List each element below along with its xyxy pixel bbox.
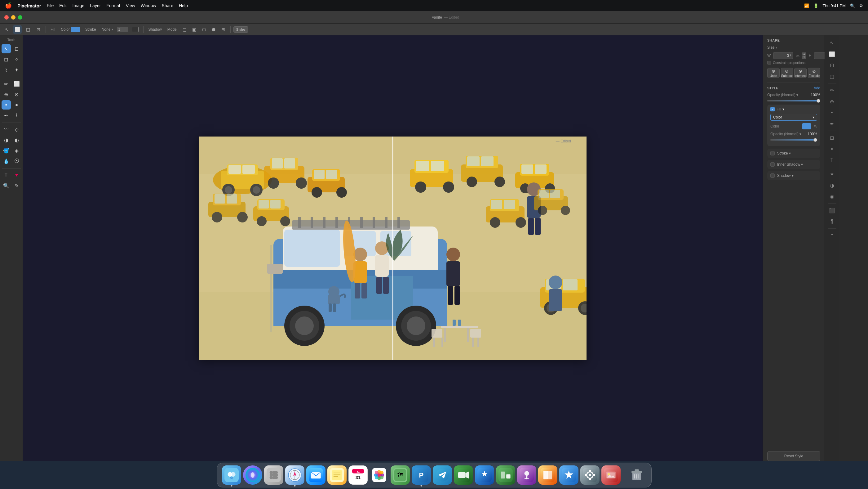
subtract-button[interactable]: ⊖ Subtract: [781, 68, 793, 78]
dock-numbers[interactable]: [496, 465, 515, 485]
tool-heal[interactable]: ⊗: [12, 90, 21, 99]
dock-photos3[interactable]: [601, 465, 621, 485]
tool-heart[interactable]: ♥: [12, 170, 21, 180]
menu-format[interactable]: Format: [106, 3, 120, 8]
dock-facetime[interactable]: [454, 465, 473, 485]
tool-eraser[interactable]: ⬜: [12, 79, 21, 88]
fr-arrange-icon[interactable]: ◱: [827, 71, 837, 81]
menu-layer[interactable]: Layer: [90, 3, 101, 8]
close-button[interactable]: [4, 15, 9, 20]
fr-text-icon[interactable]: T: [827, 155, 837, 165]
fr-shape-icon[interactable]: ▪: [827, 108, 837, 118]
fr-brush-icon[interactable]: ✏: [827, 85, 837, 95]
apple-menu[interactable]: 🍎: [5, 2, 12, 9]
opacity-slider[interactable]: [767, 100, 820, 102]
stroke-color-selector[interactable]: [130, 26, 141, 33]
fr-pen-icon[interactable]: ✒: [827, 119, 837, 129]
size-dropdown-arrow[interactable]: ▾: [776, 46, 777, 49]
fr-eye-icon[interactable]: ◉: [827, 192, 837, 201]
dock-photos[interactable]: [370, 465, 389, 485]
tool-smudge[interactable]: 〰: [2, 125, 11, 134]
fr-retouch-icon[interactable]: ⊕: [827, 96, 837, 107]
fr-effects-icon[interactable]: ✦: [827, 144, 837, 154]
tool-rect-select[interactable]: ◻: [2, 55, 11, 64]
control-center-icon[interactable]: ⚙: [859, 3, 863, 8]
menu-view[interactable]: View: [126, 3, 135, 8]
tool-freeform[interactable]: ⌇: [2, 65, 11, 75]
tool-pen[interactable]: ✒: [2, 111, 11, 120]
width-down[interactable]: ▼: [802, 56, 806, 59]
tool-pointer[interactable]: ↖: [2, 44, 11, 53]
height-input[interactable]: [814, 52, 825, 59]
tool-shape-rect[interactable]: ▪: [2, 100, 11, 110]
fr-crop-icon[interactable]: ⊡: [827, 60, 837, 70]
opacity-slider-thumb[interactable]: [816, 99, 820, 103]
menu-edit[interactable]: Edit: [59, 3, 67, 8]
dock-calendar[interactable]: 3131: [348, 465, 368, 485]
dock-finder[interactable]: ⌘: [222, 465, 241, 485]
maximize-button[interactable]: [18, 15, 22, 20]
tool-clone[interactable]: ⊕: [2, 90, 11, 99]
width-up[interactable]: ▲: [802, 52, 806, 56]
dock-mail[interactable]: [306, 465, 326, 485]
fr-star-icon[interactable]: ✶: [827, 169, 837, 179]
width-stepper[interactable]: ▲ ▼: [802, 52, 806, 59]
fill-opacity-slider[interactable]: [770, 139, 817, 141]
fill-type-dropdown[interactable]: Color ▾: [770, 114, 817, 121]
dock-books[interactable]: [538, 465, 557, 485]
shadow-section[interactable]: Shadow ▾: [767, 171, 820, 180]
tool-shape-circle[interactable]: ●: [12, 100, 21, 110]
stroke-color-box[interactable]: [132, 27, 138, 32]
inner-shadow-checkbox[interactable]: [770, 162, 775, 167]
dock-siri[interactable]: [243, 465, 262, 485]
tool-magic-wand[interactable]: ✦: [12, 65, 21, 75]
tool-zoom[interactable]: 🔍: [2, 181, 11, 190]
shadow-checkbox[interactable]: [770, 173, 775, 178]
styles-button[interactable]: Styles: [234, 26, 248, 33]
toolbar-pixel-icon[interactable]: ⊡: [34, 25, 43, 34]
inner-shadow-section[interactable]: Inner Shadow ▾: [767, 160, 820, 169]
mode-btn-1[interactable]: ▢: [180, 25, 189, 34]
fr-text2-icon[interactable]: ¶: [827, 217, 837, 227]
menu-share[interactable]: Share: [162, 3, 173, 8]
tool-sharpen[interactable]: ◇: [12, 125, 21, 134]
dock-telegram[interactable]: [433, 465, 452, 485]
dock-maps[interactable]: 🗺: [391, 465, 410, 485]
canvas-area[interactable]: — Edited: [23, 35, 763, 461]
fill-color-selector[interactable]: Color: [59, 26, 82, 33]
toolbar-select-icon[interactable]: ⬜: [13, 25, 22, 34]
tool-custom[interactable]: ✎: [12, 181, 21, 190]
tool-burn[interactable]: ◐: [12, 135, 21, 145]
menu-window[interactable]: Window: [141, 3, 156, 8]
unite-button[interactable]: ⊕ Unite: [767, 68, 780, 78]
tool-crop[interactable]: ⊡: [12, 44, 21, 53]
tool-dodge[interactable]: ◑: [2, 135, 11, 145]
dock-safari[interactable]: [285, 465, 304, 485]
toolbar-arrange-icon[interactable]: ◱: [24, 25, 32, 34]
dock-notes[interactable]: [328, 465, 347, 485]
constrain-checkbox[interactable]: [767, 61, 771, 64]
mode-btn-4[interactable]: ⬢: [209, 25, 218, 34]
fill-color-box[interactable]: [71, 27, 80, 32]
stroke-section[interactable]: Stroke ▾: [767, 149, 820, 158]
dock-podcasts[interactable]: [517, 465, 536, 485]
mode-btn-3[interactable]: ⬡: [199, 25, 208, 34]
toolbar-pointer-icon[interactable]: ↖: [2, 25, 11, 34]
dock-sysprefs[interactable]: [580, 465, 599, 485]
tool-paint-brush[interactable]: ✏: [2, 79, 11, 88]
exclude-button[interactable]: ⊘ Exclude: [808, 68, 820, 78]
menu-file[interactable]: File: [47, 3, 54, 8]
fr-chevron-up-icon[interactable]: ⌃: [827, 231, 837, 240]
tool-eyedropper[interactable]: 💧: [2, 156, 11, 166]
menu-image[interactable]: Image: [72, 3, 84, 8]
mode-btn-2[interactable]: ▣: [190, 25, 199, 34]
fill-color-edit-button[interactable]: ✎: [813, 124, 817, 129]
intersect-button[interactable]: ⊗ Intersect: [794, 68, 807, 78]
tool-freeform-pen[interactable]: ⌇: [12, 111, 21, 120]
menu-help[interactable]: Help: [179, 3, 188, 8]
fr-pointer-icon[interactable]: ↖: [827, 38, 837, 48]
stroke-type-selector[interactable]: None ▾: [100, 27, 115, 32]
fr-layers-icon[interactable]: ⊞: [827, 133, 837, 143]
add-style-button[interactable]: Add: [814, 86, 820, 90]
fill-color-swatch[interactable]: [802, 123, 811, 130]
